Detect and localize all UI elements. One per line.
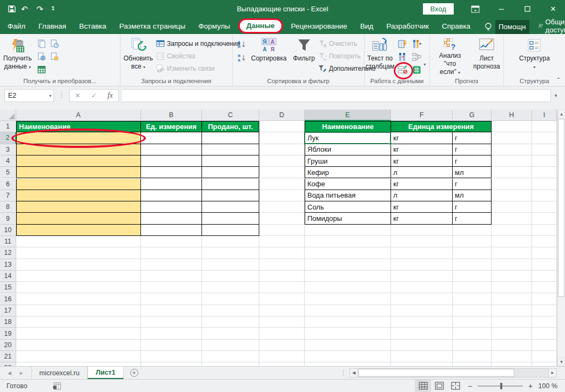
cell-D11[interactable] bbox=[259, 236, 305, 247]
cell-B21[interactable] bbox=[141, 351, 202, 362]
cell-F21[interactable] bbox=[391, 351, 453, 362]
scroll-right-icon[interactable]: ► bbox=[548, 368, 557, 377]
vertical-scroll-thumb[interactable] bbox=[558, 119, 564, 297]
cell-C11[interactable] bbox=[202, 236, 259, 247]
fill-handle[interactable] bbox=[389, 142, 392, 145]
row-header-8[interactable]: 8 bbox=[0, 201, 16, 213]
cell-H7[interactable] bbox=[492, 190, 532, 201]
vertical-scrollbar[interactable]: ▲ ▼ bbox=[557, 110, 565, 366]
cell-D22[interactable] bbox=[259, 362, 305, 366]
cell-E8[interactable]: Соль bbox=[305, 201, 391, 213]
cell-F15[interactable] bbox=[391, 282, 453, 293]
zoom-slider[interactable] bbox=[477, 386, 523, 387]
cell-C6[interactable] bbox=[202, 179, 259, 190]
cell-E7[interactable]: Вода питьевая bbox=[305, 190, 391, 201]
close-button[interactable]: ✕ bbox=[541, 0, 565, 18]
cell-D15[interactable] bbox=[259, 282, 305, 293]
cell-H20[interactable] bbox=[492, 340, 532, 351]
cell-I8[interactable] bbox=[532, 201, 557, 213]
cell-C8[interactable] bbox=[202, 201, 259, 213]
cell-A20[interactable] bbox=[16, 340, 141, 351]
from-database-icon[interactable] bbox=[49, 51, 60, 63]
column-header-H[interactable]: H bbox=[492, 110, 532, 121]
cell-D7[interactable] bbox=[259, 190, 305, 201]
cell-D16[interactable] bbox=[259, 294, 305, 305]
row-header-21[interactable]: 21 bbox=[0, 351, 16, 362]
outline-button[interactable]: Структура▾ bbox=[516, 36, 553, 77]
tell-me-box[interactable]: Помощн bbox=[485, 20, 529, 34]
tab-file[interactable]: Файл bbox=[0, 19, 32, 34]
cell-E3[interactable]: Яблоки bbox=[305, 144, 391, 156]
tab-view[interactable]: Вид bbox=[354, 19, 380, 34]
cell-A3[interactable] bbox=[16, 144, 141, 156]
name-box-dropdown-icon[interactable]: ▾ bbox=[49, 93, 51, 98]
cell-F14[interactable] bbox=[391, 271, 453, 282]
cell-C10[interactable] bbox=[202, 225, 259, 236]
zoom-slider-thumb[interactable] bbox=[500, 383, 502, 389]
row-header-17[interactable]: 17 bbox=[0, 305, 16, 316]
cell-F7[interactable]: л bbox=[391, 190, 453, 201]
save-icon[interactable] bbox=[8, 5, 16, 13]
cell-C13[interactable] bbox=[202, 259, 259, 271]
cell-B10[interactable] bbox=[141, 225, 202, 236]
row-header-11[interactable]: 11 bbox=[0, 236, 16, 247]
from-table-range-icon[interactable] bbox=[36, 64, 48, 76]
maximize-button[interactable] bbox=[515, 0, 539, 18]
cell-G8[interactable]: г bbox=[453, 201, 492, 213]
cell-B3[interactable] bbox=[141, 144, 202, 156]
sheet-nav-left-icon[interactable]: ◀ bbox=[8, 370, 11, 376]
cell-A21[interactable] bbox=[16, 351, 141, 362]
cell-A15[interactable] bbox=[16, 282, 141, 293]
cell-B13[interactable] bbox=[141, 259, 202, 271]
cell-H5[interactable] bbox=[492, 167, 532, 178]
cell-H12[interactable] bbox=[492, 247, 532, 259]
cell-F20[interactable] bbox=[391, 340, 453, 351]
undo-icon[interactable]: ↶▾ bbox=[21, 4, 31, 14]
cell-A8[interactable] bbox=[16, 201, 141, 213]
cell-E14[interactable] bbox=[305, 271, 391, 282]
cell-F12[interactable] bbox=[391, 247, 453, 259]
cell-G6[interactable]: г bbox=[453, 179, 492, 190]
row-header-12[interactable]: 12 bbox=[0, 247, 16, 259]
cell-A4[interactable] bbox=[16, 156, 141, 167]
horizontal-scroll-track[interactable] bbox=[358, 368, 548, 377]
redo-icon[interactable]: ↷▾ bbox=[37, 4, 47, 14]
cell-G13[interactable] bbox=[453, 259, 492, 271]
cell-I9[interactable] bbox=[532, 213, 557, 224]
cell-A11[interactable] bbox=[16, 236, 141, 247]
cell-H3[interactable] bbox=[492, 144, 532, 156]
cell-G14[interactable] bbox=[453, 271, 492, 282]
cell-A16[interactable] bbox=[16, 294, 141, 305]
cell-G19[interactable] bbox=[453, 328, 492, 339]
sign-in-button[interactable]: Вход bbox=[423, 3, 454, 15]
cell-B22[interactable] bbox=[141, 362, 202, 366]
collapse-ribbon-icon[interactable]: ⌃ bbox=[556, 77, 561, 83]
column-header-F[interactable]: F bbox=[391, 110, 453, 121]
cell-E17[interactable] bbox=[305, 305, 391, 316]
text-to-columns-button[interactable]: Текст постолбцам bbox=[365, 36, 395, 77]
tab-formulas[interactable]: Формулы bbox=[192, 19, 237, 34]
tab-page-layout[interactable]: Разметка страницы bbox=[113, 19, 192, 34]
cell-D8[interactable] bbox=[259, 201, 305, 213]
cell-A9[interactable] bbox=[16, 213, 141, 224]
formula-bar-splitter[interactable]: ⋮ bbox=[54, 89, 69, 99]
cell-E19[interactable] bbox=[305, 328, 391, 339]
cell-A1[interactable]: Наименование bbox=[16, 121, 141, 132]
cell-H21[interactable] bbox=[492, 351, 532, 362]
existing-connections-icon[interactable] bbox=[49, 38, 60, 50]
cell-F16[interactable] bbox=[391, 294, 453, 305]
cell-B4[interactable] bbox=[141, 156, 202, 167]
get-data-button[interactable]: Получитьданные ▾ bbox=[0, 36, 35, 77]
cell-G9[interactable]: г bbox=[453, 213, 492, 224]
cell-A19[interactable] bbox=[16, 328, 141, 339]
sheet-nav-right-icon[interactable]: ► bbox=[19, 370, 24, 376]
cell-E11[interactable] bbox=[305, 236, 391, 247]
cell-H19[interactable] bbox=[492, 328, 532, 339]
cell-I17[interactable] bbox=[532, 305, 557, 316]
row-header-15[interactable]: 15 bbox=[0, 282, 16, 293]
data-validation-dropdown-icon[interactable]: ▾ bbox=[423, 62, 426, 67]
cell-I21[interactable] bbox=[532, 351, 557, 362]
cell-D1[interactable] bbox=[259, 121, 305, 132]
cell-D18[interactable] bbox=[259, 316, 305, 328]
cell-G12[interactable] bbox=[453, 247, 492, 259]
